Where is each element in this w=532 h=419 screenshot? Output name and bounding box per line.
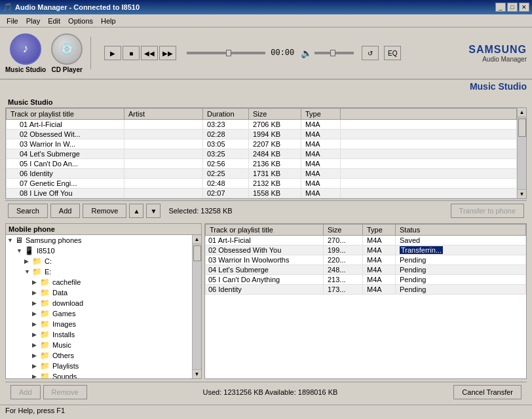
app-icon: 🎵: [3, 3, 12, 12]
menu-help[interactable]: Help: [97, 16, 120, 26]
next-button[interactable]: ▶▶: [159, 46, 176, 60]
tree-item-label: E:: [45, 268, 51, 276]
music-track-row[interactable]: 04 Let's Submerge 03:25 2484 KB M4A: [7, 149, 517, 159]
repeat-button[interactable]: ↺: [362, 46, 379, 60]
tree-item[interactable]: ▼📁E:: [6, 266, 192, 277]
tree-item[interactable]: ▶📁Games: [6, 308, 192, 319]
expand-icon: ▶: [32, 321, 39, 327]
remove-button[interactable]: Remove: [83, 204, 126, 218]
tree-item[interactable]: ▶📁Others: [6, 350, 192, 361]
maximize-button[interactable]: □: [507, 3, 518, 12]
phone-remove-button[interactable]: Remove: [43, 385, 87, 399]
transfer-to-phone-button[interactable]: Transfer to phone: [451, 204, 524, 218]
phone-file-row[interactable]: 03 Warrior In Woolworths 220... M4A Pend…: [206, 255, 526, 265]
music-track-row[interactable]: 08 I Live Off You 02:07 1558 KB M4A: [7, 189, 517, 198]
phone-file-row[interactable]: 06 Identity 173... M4A Pending: [206, 285, 526, 295]
scroll-down-button[interactable]: ▼: [518, 189, 526, 198]
close-button[interactable]: ✕: [519, 3, 529, 12]
cancel-transfer-button[interactable]: Cancel Transfer: [453, 385, 522, 399]
progress-thumb[interactable]: [226, 50, 231, 56]
stop-button[interactable]: ■: [123, 46, 140, 60]
phone-file-status: Pending: [396, 285, 526, 295]
tree-item[interactable]: ▶📁Sounds: [6, 371, 192, 378]
track-duration: 02:28: [203, 130, 249, 139]
prev-button[interactable]: ◀◀: [141, 46, 158, 60]
phone-tree-content: ▼🖥Samsung phones▼📱I8510▶📁C:▼📁E:▶📁cachefi…: [6, 235, 201, 378]
storage-info: Used: 1231256 KB Available: 1898016 KB: [90, 388, 451, 396]
tree-item[interactable]: ▼🖥Samsung phones: [6, 235, 192, 246]
track-extra: [341, 149, 517, 159]
menu-edit[interactable]: Edit: [44, 16, 64, 26]
phone-file-row[interactable]: 04 Let's Submerge 248... M4A Pending: [206, 265, 526, 275]
track-extra: [341, 159, 517, 169]
scroll-up-button[interactable]: ▲: [518, 108, 526, 117]
folder-icon: 📁: [40, 351, 50, 360]
play-button[interactable]: ▶: [104, 46, 121, 60]
music-table-scrollbar[interactable]: ▲ ▼: [517, 108, 526, 198]
tree-item[interactable]: ▶📁Images: [6, 319, 192, 329]
music-track-row[interactable]: 02 Obsessed Wit... 02:28 1994 KB M4A: [7, 130, 517, 139]
phone-file-status: Pending: [396, 265, 526, 275]
volume-thumb[interactable]: [330, 50, 335, 56]
track-title: 03 Warrior In W...: [7, 139, 124, 149]
music-track-row[interactable]: 03 Warrior In W... 03:05 2207 KB M4A: [7, 139, 517, 149]
tree-scrollbar[interactable]: ▲ ▼: [192, 235, 201, 378]
scroll-thumb[interactable]: [518, 118, 526, 137]
menu-options[interactable]: Options: [64, 16, 97, 26]
menu-play[interactable]: Play: [22, 16, 44, 26]
phone-file-row[interactable]: 05 I Can't Do Anything 213... M4A Pendin…: [206, 275, 526, 285]
phone-add-button[interactable]: Add: [10, 385, 41, 399]
phone-file-title: 06 Identity: [206, 285, 324, 295]
music-track-row[interactable]: 07 Genetic Engi... 02:48 2132 KB M4A: [7, 179, 517, 189]
tree-item[interactable]: ▶📁download: [6, 298, 192, 308]
volume-icon: 🔈: [301, 48, 312, 58]
tree-item[interactable]: ▶📁Music: [6, 340, 192, 350]
tree-item[interactable]: ▶📁Playlists: [6, 361, 192, 371]
music-track-row[interactable]: 06 Identity 02:25 1731 KB M4A: [7, 169, 517, 179]
track-artist: [124, 139, 203, 149]
phone-file-row[interactable]: 02 Obsessed With You 199... M4A Transfer…: [206, 246, 526, 255]
title-bar: 🎵 Audio Manager - Connected to I8510 _ □…: [0, 0, 532, 14]
track-artist: [124, 179, 203, 189]
tree-item[interactable]: ▶📁C:: [6, 256, 192, 266]
progress-track[interactable]: [187, 52, 265, 54]
add-button[interactable]: Add: [50, 204, 81, 218]
expand-icon: ▶: [32, 373, 39, 378]
phone-file-status: Pending: [396, 255, 526, 265]
tree-item-label: Playlists: [52, 362, 79, 370]
move-up-button[interactable]: ▲: [129, 204, 143, 218]
music-studio-label: Music Studio: [5, 66, 46, 73]
tree-scroll-down[interactable]: ▼: [193, 369, 201, 378]
search-button[interactable]: Search: [8, 204, 48, 218]
phone-file-row[interactable]: 01 Art-I-Ficial 270... M4A Saved: [206, 236, 526, 246]
tree-item[interactable]: ▼📱I8510: [6, 246, 192, 256]
move-down-button[interactable]: ▼: [146, 204, 161, 218]
music-track-row[interactable]: 05 I Can't Do An... 02:56 2136 KB M4A: [7, 159, 517, 169]
selected-info: Selected: 13258 KB: [168, 207, 232, 215]
tree-item-label: I8510: [37, 247, 55, 255]
track-extra: [341, 189, 517, 198]
tree-scroll-up[interactable]: ▲: [193, 235, 201, 244]
tree-item-label: Games: [52, 310, 75, 318]
tree-item-label: Samsung phones: [26, 236, 82, 244]
track-size: 1558 KB: [249, 189, 301, 198]
music-studio-table: Track or playlist title Artist Duration …: [6, 108, 517, 198]
tree-item[interactable]: ▶📁cachefile: [6, 277, 192, 287]
menu-file[interactable]: File: [3, 16, 22, 26]
music-studio-scroll-area: Track or playlist title Artist Duration …: [6, 108, 526, 198]
track-extra: [341, 169, 517, 179]
tree-item[interactable]: ▶📁Data: [6, 287, 192, 298]
tree-scroll-thumb[interactable]: [193, 246, 201, 261]
music-track-row[interactable]: 01 Art-I-Ficial 03:23 2706 KB M4A: [7, 120, 517, 130]
track-duration: 02:25: [203, 169, 249, 179]
volume-track[interactable]: [314, 52, 354, 54]
tree-item[interactable]: ▶📁Installs: [6, 329, 192, 340]
cd-player-nav[interactable]: 💿 CD Player: [51, 33, 83, 73]
expand-icon: ▶: [32, 352, 39, 359]
folder-icon: 📁: [40, 288, 50, 297]
folder-icon: 📁: [32, 257, 42, 266]
eq-button[interactable]: EQ: [384, 46, 401, 60]
phone-file-type: M4A: [363, 285, 396, 295]
minimize-button[interactable]: _: [495, 3, 506, 12]
music-studio-nav[interactable]: ♪ Music Studio: [5, 33, 46, 73]
